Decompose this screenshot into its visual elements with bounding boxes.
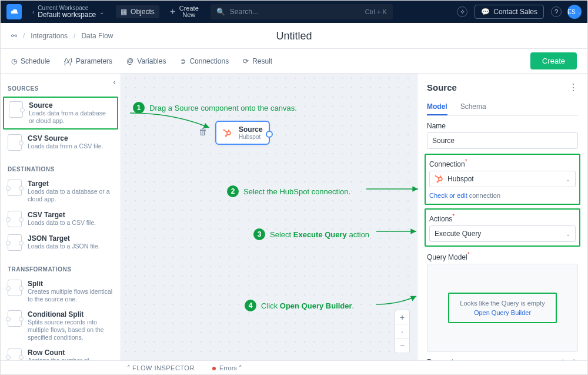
refresh-icon[interactable]: ⟳ [560,358,566,360]
palette-json-target[interactable]: JSON TargetLoads data to a JSON file. [1,231,121,254]
search-input[interactable]: 🔍 Search... Ctrl + K [211,4,393,19]
palette-conditional-split[interactable]: Conditional SplitSplits source records i… [1,307,121,345]
create-button[interactable]: Create [530,52,577,69]
query-empty-box: Looks like the Query is empty Open Query… [448,293,556,323]
tab-connections[interactable]: ➲Connections [180,57,229,65]
palette-csv-target[interactable]: CSV TargetLoads data to a CSV file. [1,207,121,231]
svg-point-2 [223,129,225,130]
breadcrumb-row: ⚯ / Integrations / Data Flow Untitled [1,23,587,49]
chevron-left-icon: ‹ [32,9,34,15]
chevron-down-icon: ⌄ [99,9,104,15]
page-title[interactable]: Untitled [276,29,312,42]
canvas-node-source[interactable]: Source Hubspot [215,121,270,145]
compass-icon[interactable]: ✧ [457,6,467,17]
section-transformations: TRANSFORMATIONS [1,254,121,276]
node-title: Source [239,125,263,134]
hubspot-icon [220,126,234,140]
chat-icon: 💬 [481,8,490,16]
objects-button[interactable]: ▦ Objects [116,5,159,18]
palette-csv-source[interactable]: CSV SourceLoads data from a CSV file. [1,131,121,154]
name-input[interactable]: Source [427,132,578,149]
search-shortcut: Ctrl + K [365,8,387,15]
search-placeholder: Search... [230,8,258,16]
properties-panel: Source ⋮ Model Schema Name Source Connec… [417,74,587,360]
tab-model[interactable]: Model [427,99,447,115]
connection-label: Connection [429,158,576,168]
clock-icon: ◷ [11,57,17,65]
svg-point-0 [227,131,230,135]
create-new-button[interactable]: Create New [179,5,199,18]
palette-split[interactable]: SplitCreates multiple flows identical to… [1,276,121,307]
annotation-step-1: 1Drag a Source component onto the canvas… [133,102,297,114]
actions-select[interactable]: Execute Query⌄ [429,225,576,242]
tab-schedule[interactable]: ◷Schedule [11,57,50,65]
param-icon: {x} [64,57,72,65]
query-empty-text: Looks like the Query is empty [460,300,544,307]
tab-variables[interactable]: @Variables [126,57,166,65]
breadcrumb: ⚯ / Integrations / Data Flow [11,32,113,40]
palette-row-count[interactable]: Row CountAssigns the number of processed… [1,345,121,360]
csv-source-icon [8,134,22,151]
annotation-step-2: 2Select the HubSpot connection. [227,185,350,197]
search-icon: 🔍 [216,8,225,16]
csv-target-icon [8,211,22,227]
chevron-down-icon: ⌄ [566,231,570,237]
connect-icon: ➲ [180,57,186,65]
field-actions-highlight: Actions Execute Query⌄ [425,208,580,247]
connection-select[interactable]: Hubspot⌄ [429,171,576,187]
tab-schema[interactable]: Schema [460,99,486,115]
chevron-down-icon: ⌄ [566,176,570,182]
zoom-out-button[interactable]: − [395,339,409,353]
panel-tabs: Model Schema [427,99,578,116]
hubspot-icon [435,175,443,183]
help-icon[interactable]: ? [551,6,562,17]
split-icon [8,280,22,296]
crumb-dataflow[interactable]: Data Flow [81,32,113,40]
trash-icon[interactable]: 🗑 [199,127,208,137]
actions-label: Actions [429,213,576,223]
svg-point-6 [439,177,442,181]
check-connection-link[interactable]: Check or edit [429,192,467,199]
section-destinations: DESTINATIONS [1,154,121,176]
crumb-integrations[interactable]: Integrations [31,32,68,40]
tab-result[interactable]: ⟳Result [243,57,272,65]
objects-label: Objects [131,8,155,16]
palette-source[interactable]: SourceLoads data from a database or clou… [3,97,118,130]
query-model-area: Looks like the Query is empty Open Query… [427,264,578,352]
footer: ˄ FLOW INSPECTOR Errors ˄ [1,360,587,375]
collapse-panel-icon[interactable]: ‹ [113,77,116,87]
json-target-icon [8,234,22,251]
tab-parameters[interactable]: {x}Parameters [64,57,112,65]
query-model-label: Query Model [427,251,578,261]
workspace-value: Default workspace [38,11,96,19]
errors-toggle[interactable]: Errors ˄ [212,364,242,372]
panel-heading: Source [427,82,457,92]
annotation-step-4: 4Click Open Query Builder. [245,300,354,311]
kebab-icon[interactable]: ⋮ [569,82,578,93]
flow-icon: ⚯ [11,32,17,40]
grid-icon: ▦ [121,8,127,16]
svg-point-11 [437,181,438,182]
zoom-in-button[interactable]: + [395,310,409,324]
svg-point-8 [435,175,436,177]
palette-target[interactable]: TargetLoads data to a database or a clou… [1,176,121,207]
workspace-switcher[interactable]: ‹ Current Workspace Default workspace ⌄ [32,5,104,19]
annotation-step-3: 3Select Execute Query action [253,228,369,240]
edit-icon[interactable]: ✎ [572,358,578,360]
toolbar: ◷Schedule {x}Parameters @Variables ➲Conn… [1,49,587,74]
at-icon: @ [126,57,133,65]
component-palette: ‹ SOURCES SourceLoads data from a databa… [1,74,121,360]
app-logo[interactable] [6,4,22,19]
plus-icon[interactable]: + [166,6,179,17]
open-query-builder-link[interactable]: Open Query Builder [460,309,544,316]
zoom-reset-button[interactable]: · [395,324,409,339]
contact-sales-button[interactable]: 💬 Contact Sales [475,5,544,19]
zoom-controls: + · − [395,310,410,353]
flow-inspector-toggle[interactable]: ˄ FLOW INSPECTOR [127,364,195,372]
row-count-icon [8,349,22,360]
target-icon [8,180,22,196]
canvas[interactable]: 🗑 Source Hubspot 1Drag a Source componen… [121,74,417,360]
node-subtitle: Hubspot [239,134,263,140]
avatar[interactable]: ES⌄ [567,5,582,19]
source-icon [9,101,23,118]
